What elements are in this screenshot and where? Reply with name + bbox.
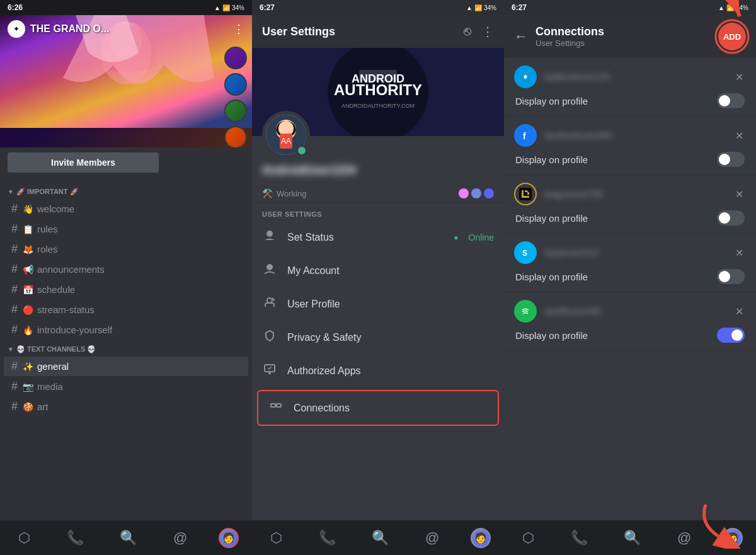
search-nav-icon[interactable]: 🔍 — [619, 525, 646, 551]
connections-list: battlenetuser123 ✕ Display on profile f … — [504, 58, 756, 520]
connection-facebook: f facebookuser456 ✕ Display on profile — [504, 117, 756, 175]
status-dots — [459, 188, 494, 198]
channel-general[interactable]: # ✨ general — [4, 357, 248, 376]
channel-hash-icon: # — [11, 323, 18, 336]
channel-schedule[interactable]: # 📅 schedule — [4, 280, 248, 299]
facebook-remove-button[interactable]: ✕ — [733, 127, 746, 144]
connection-row-league: leagueuser789 ✕ — [514, 183, 746, 205]
svg-text:f: f — [523, 131, 526, 141]
settings-my-account[interactable]: My Account — [252, 254, 504, 287]
mention-nav-icon[interactable]: @ — [168, 525, 192, 551]
privacy-safety-icon — [262, 329, 277, 345]
skype-display-label: Display on profile — [515, 272, 588, 282]
channel-emoji: ✨ — [23, 362, 33, 372]
channel-welcome[interactable]: # 👋 welcome — [4, 199, 248, 219]
search-nav-icon[interactable]: 🔍 — [367, 525, 394, 551]
spotify-display-toggle[interactable] — [717, 328, 745, 343]
facebook-display-toggle[interactable] — [717, 152, 745, 167]
member-avatar — [224, 100, 247, 122]
svg-point-11 — [267, 298, 272, 303]
skype-display-toggle[interactable] — [717, 269, 745, 284]
channel-roles[interactable]: # 🦊 roles — [4, 239, 248, 259]
svg-text:AA: AA — [281, 137, 291, 146]
league-display-row: Display on profile — [514, 210, 746, 226]
member-avatar — [224, 47, 247, 69]
channel-emoji: 🦊 — [23, 244, 33, 255]
bottom-nav-3: ⬡ 📞 🔍 @ 🧑 — [504, 520, 756, 555]
section-text-channels[interactable]: ▼ 💀 TEXT CHANNELS 💀 — [0, 340, 252, 356]
server-header: ✦ THE GRAND O... ⋮ — [0, 15, 252, 43]
connection-row-spotify: spotifyuser345 ✕ — [514, 300, 746, 323]
channel-hash-icon: # — [11, 283, 18, 296]
connections-title-section: Connections User Settings — [536, 25, 711, 48]
wifi-icon: 📶 — [474, 4, 482, 11]
settings-authorized-apps[interactable]: Authorized Apps — [252, 354, 504, 387]
more-icon[interactable]: ⋮ — [233, 22, 244, 36]
status-bar-3: 6:27 ▲ 📶 34% — [504, 0, 756, 15]
league-remove-button[interactable]: ✕ — [733, 186, 746, 203]
profile-nav-avatar[interactable]: 🧑 — [471, 528, 491, 548]
wifi-icon: 📶 — [726, 4, 734, 11]
channel-stream-status[interactable]: # 🔴 stream-status — [4, 300, 248, 319]
bottom-nav-1: ⬡ 📞 🔍 @ 🧑 — [0, 520, 252, 555]
phone-nav-icon[interactable]: 📞 — [566, 525, 593, 551]
member-avatars — [224, 47, 247, 147]
league-display-label: Display on profile — [515, 213, 588, 224]
connections-topbar: ← Connections User Settings ADD — [504, 15, 756, 58]
more-options-icon[interactable]: ⋮ — [481, 24, 494, 39]
spotify-display-label: Display on profile — [515, 330, 588, 341]
channel-hash-icon: # — [11, 303, 18, 316]
status-emoji: ⚒️ — [262, 188, 273, 198]
channel-emoji: 👋 — [23, 204, 33, 214]
signal-icon: ▲ — [214, 4, 220, 11]
invite-btn-row: Invite Members — [0, 147, 252, 178]
connection-battlenet: battlenetuser123 ✕ Display on profile — [504, 58, 756, 117]
set-status-icon — [262, 229, 277, 245]
channel-hash-icon: # — [11, 360, 18, 373]
invite-members-button[interactable]: Invite Members — [8, 152, 159, 173]
channel-emoji: 🍪 — [23, 402, 33, 412]
channel-announcements[interactable]: # 📢 announcements — [4, 260, 248, 279]
channel-art[interactable]: # 🍪 art — [4, 397, 248, 416]
settings-connections[interactable]: Connections — [257, 390, 499, 426]
connection-league: leagueuser789 ✕ Display on profile — [504, 175, 756, 234]
league-display-toggle[interactable] — [717, 210, 745, 226]
channel-introduce-yourself[interactable]: # 🔥 introduce-yourself — [4, 320, 248, 340]
mention-nav-icon[interactable]: @ — [672, 525, 696, 551]
battlenet-display-toggle[interactable] — [717, 93, 745, 108]
channel-hash-icon: # — [11, 263, 18, 276]
spotify-icon — [514, 300, 537, 323]
spotify-remove-button[interactable]: ✕ — [733, 303, 746, 320]
phone-nav-icon[interactable]: 📞 — [314, 525, 341, 551]
profile-nav-avatar[interactable]: 🧑 — [723, 528, 743, 548]
panel-user-settings: 6:27 ▲ 📶 34% User Settings ⎋ ⋮ — [252, 0, 504, 555]
my-account-icon — [262, 263, 277, 278]
section-important[interactable]: ▼ 🚀 IMPORTANT 🚀 — [0, 183, 252, 198]
user-profile-icon — [262, 296, 277, 312]
online-indicator: ● — [454, 233, 458, 242]
mention-nav-icon[interactable]: @ — [420, 525, 444, 551]
phone-nav-icon[interactable]: 📞 — [62, 525, 89, 551]
connections-icon — [268, 400, 284, 416]
section-arrow: ▼ — [8, 188, 14, 195]
skype-remove-button[interactable]: ✕ — [733, 244, 746, 261]
battlenet-remove-button[interactable]: ✕ — [733, 69, 746, 86]
channel-media[interactable]: # 📷 media — [4, 377, 248, 396]
discord-nav-icon[interactable]: ⬡ — [265, 525, 287, 551]
profile-nav-avatar[interactable]: 🧑 — [219, 528, 239, 548]
discord-nav-icon[interactable]: ⬡ — [13, 525, 35, 551]
topbar-icons: ⎋ ⋮ — [464, 24, 494, 39]
channel-name: media — [37, 381, 63, 392]
channel-rules[interactable]: # 📋 rules — [4, 219, 248, 239]
settings-user-profile[interactable]: User Profile — [252, 287, 504, 321]
back-button[interactable]: ← — [514, 28, 528, 45]
discord-nav-icon[interactable]: ⬡ — [517, 525, 539, 551]
settings-privacy-safety[interactable]: Privacy & Safety — [252, 321, 504, 354]
settings-section-label: USER SETTINGS — [252, 203, 504, 220]
user-settings-topbar: User Settings ⎋ ⋮ — [252, 15, 504, 48]
exit-icon[interactable]: ⎋ — [464, 24, 471, 39]
search-nav-icon[interactable]: 🔍 — [115, 525, 142, 551]
add-button-wrap: ADD — [718, 23, 746, 50]
add-connection-button[interactable]: ADD — [718, 23, 746, 50]
settings-set-status[interactable]: Set Status ● Online — [252, 220, 504, 254]
